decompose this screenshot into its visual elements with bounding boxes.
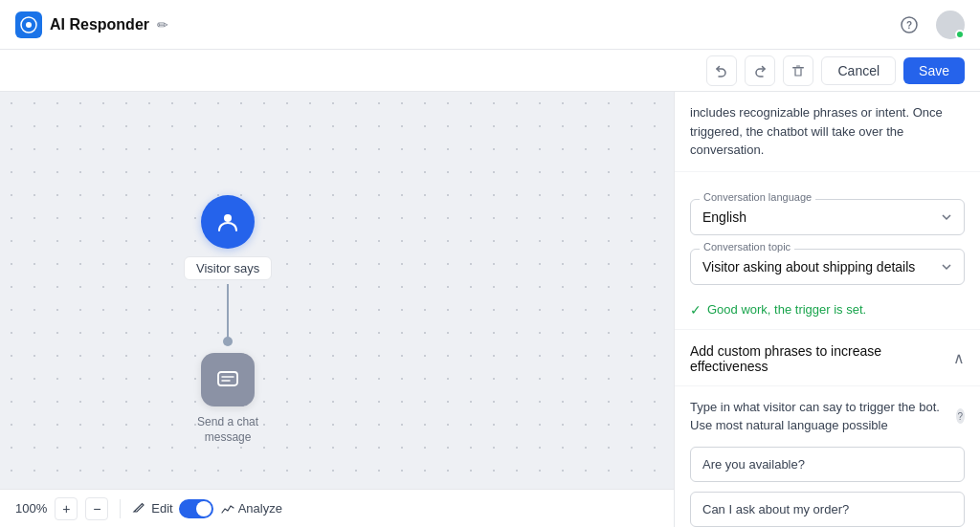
cancel-button[interactable]: Cancel (821, 56, 896, 85)
chat-icon (201, 353, 255, 406)
language-label: Conversation language (700, 191, 815, 203)
undo-button[interactable] (706, 55, 737, 86)
phrase-input-1[interactable] (690, 447, 965, 482)
zoom-in-button[interactable]: + (55, 497, 78, 520)
zoom-level: 100% (15, 501, 47, 516)
header-right: ? (894, 10, 965, 40)
edit-toggle-area: Edit (132, 499, 212, 518)
right-panel: includes recognizable phrases or intent.… (674, 92, 980, 527)
chat-node[interactable]: Send a chat message (197, 353, 258, 447)
flow-diagram: Visitor says Send a chat message (184, 195, 272, 447)
visitor-node[interactable]: Visitor says (184, 195, 272, 280)
canvas-bottom-bar: 100% + − Edit Analyze (0, 489, 674, 527)
edit-toggle[interactable] (179, 499, 213, 518)
svg-rect-6 (218, 372, 237, 385)
visitor-icon (201, 195, 255, 249)
redo-button[interactable] (745, 55, 775, 86)
help-tooltip-icon[interactable]: ? (956, 408, 965, 424)
toolbar-divider (120, 499, 121, 518)
app-logo (15, 11, 42, 38)
topic-label: Conversation topic (700, 241, 794, 253)
toggle-knob (196, 501, 212, 516)
edit-title-icon[interactable]: ✏ (157, 17, 168, 33)
edit-label: Edit (151, 501, 172, 516)
language-field: Conversation language English French Ger… (690, 199, 965, 235)
visitor-node-label: Visitor says (184, 256, 272, 280)
check-icon: ✓ (690, 302, 702, 318)
app-title: AI Responder (50, 16, 149, 33)
pencil-icon (132, 502, 145, 516)
custom-phrases-desc: Type in what visitor can say to trigger … (690, 398, 965, 435)
chevron-up-icon[interactable]: ∧ (953, 349, 965, 367)
avatar-status-dot (955, 30, 965, 39)
flow-canvas[interactable]: Visitor says Send a chat message (0, 92, 674, 527)
svg-text:?: ? (906, 20, 912, 31)
main-area: Visitor says Send a chat message (0, 92, 980, 527)
panel-intro-text: includes recognizable phrases or intent.… (675, 92, 980, 172)
header: AI Responder ✏ ? (0, 0, 980, 50)
phrase-input-2[interactable] (690, 492, 965, 527)
topic-field: Conversation topic Visitor asking about … (690, 249, 965, 285)
chart-icon (221, 502, 234, 516)
svg-rect-4 (792, 67, 804, 69)
custom-phrases-section-header[interactable]: Add custom phrases to increase effective… (675, 329, 980, 386)
svg-point-1 (26, 22, 32, 28)
toolbar: Cancel Save (0, 50, 980, 92)
success-text: Good work, the trigger is set. (707, 302, 866, 317)
language-field-group: Conversation language English French Ger… (675, 172, 980, 285)
header-left: AI Responder ✏ (15, 11, 168, 38)
delete-button[interactable] (783, 55, 813, 86)
connector-dot (223, 337, 233, 346)
help-button[interactable]: ? (894, 10, 924, 40)
topic-select[interactable]: Visitor asking about shipping details Or… (690, 249, 965, 285)
save-button[interactable]: Save (903, 57, 965, 84)
language-select[interactable]: English French German Spanish (690, 199, 965, 235)
analyze-area: Analyze (221, 501, 282, 516)
avatar[interactable] (936, 11, 965, 39)
custom-phrases-title: Add custom phrases to increase effective… (690, 343, 953, 374)
success-message-area: ✓ Good work, the trigger is set. (675, 298, 980, 329)
flow-connector (227, 284, 229, 341)
analyze-label[interactable]: Analyze (238, 501, 282, 516)
svg-point-5 (224, 214, 232, 222)
custom-phrases-body: Type in what visitor can say to trigger … (675, 386, 980, 528)
zoom-out-button[interactable]: − (85, 497, 108, 520)
chat-node-label: Send a chat message (197, 414, 258, 447)
